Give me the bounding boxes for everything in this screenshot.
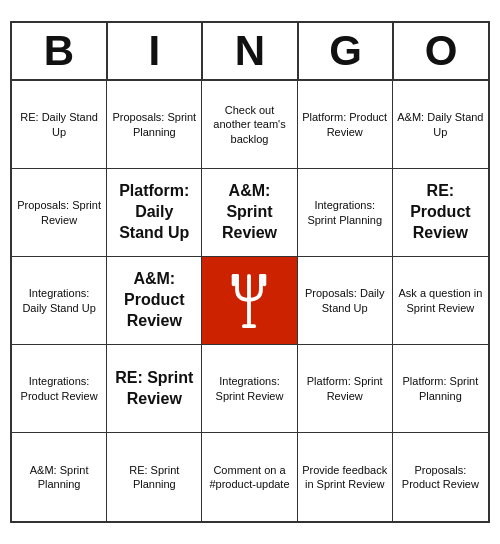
bingo-cell-11: A&M: Product Review <box>107 257 202 345</box>
bingo-cell-19: Platform: Sprint Planning <box>393 345 488 433</box>
trident-icon <box>223 269 275 333</box>
bingo-cell-15: Integrations: Product Review <box>12 345 107 433</box>
bingo-cell-5: Proposals: Sprint Review <box>12 169 107 257</box>
bingo-cell-23: Provide feedback in Sprint Review <box>298 433 393 521</box>
header-letter-G: G <box>299 23 395 79</box>
bingo-cell-18: Platform: Sprint Review <box>298 345 393 433</box>
bingo-cell-4: A&M: Daily Stand Up <box>393 81 488 169</box>
bingo-cell-10: Integrations: Daily Stand Up <box>12 257 107 345</box>
bingo-cell-22: Comment on a #product-update <box>202 433 297 521</box>
bingo-cell-17: Integrations: Sprint Review <box>202 345 297 433</box>
header-letter-O: O <box>394 23 488 79</box>
bingo-cell-7: A&M: Sprint Review <box>202 169 297 257</box>
bingo-cell-20: A&M: Sprint Planning <box>12 433 107 521</box>
bingo-cell-0: RE: Daily Stand Up <box>12 81 107 169</box>
bingo-cell-6: Platform: Daily Stand Up <box>107 169 202 257</box>
header-letter-I: I <box>108 23 204 79</box>
bingo-cell-21: RE: Sprint Planning <box>107 433 202 521</box>
header-letter-B: B <box>12 23 108 79</box>
bingo-cell-24: Proposals: Product Review <box>393 433 488 521</box>
bingo-cell-9: RE: Product Review <box>393 169 488 257</box>
bingo-cell-2: Check out another team's backlog <box>202 81 297 169</box>
bingo-card: BINGO RE: Daily Stand UpProposals: Sprin… <box>10 21 490 523</box>
bingo-header: BINGO <box>12 23 488 81</box>
bingo-grid: RE: Daily Stand UpProposals: Sprint Plan… <box>12 81 488 521</box>
bingo-cell-1: Proposals: Sprint Planning <box>107 81 202 169</box>
bingo-cell-14: Ask a question in Sprint Review <box>393 257 488 345</box>
bingo-cell-12 <box>202 257 297 345</box>
bingo-cell-16: RE: Sprint Review <box>107 345 202 433</box>
bingo-cell-13: Proposals: Daily Stand Up <box>298 257 393 345</box>
bingo-cell-8: Integrations: Sprint Planning <box>298 169 393 257</box>
bingo-cell-3: Platform: Product Review <box>298 81 393 169</box>
header-letter-N: N <box>203 23 299 79</box>
